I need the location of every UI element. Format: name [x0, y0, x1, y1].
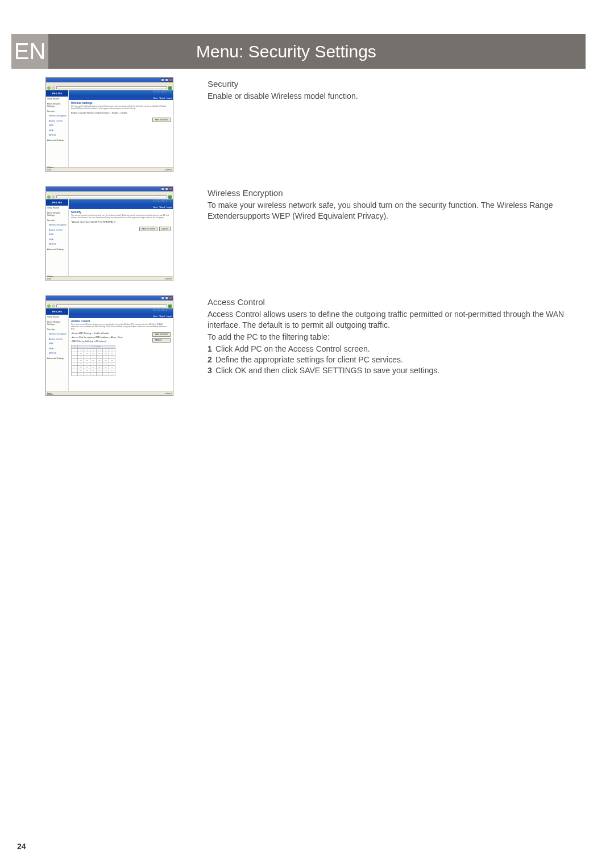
philips-logo: PHILIPS	[46, 199, 68, 206]
link-logout: Logout	[167, 315, 172, 318]
window-titlebar	[46, 78, 173, 82]
minimize-icon	[161, 78, 164, 82]
nav-access-control: Access Control	[46, 337, 68, 342]
window-titlebar	[46, 187, 173, 191]
screenshot-security: PHILIPS Setup Wizard Home Network Settin…	[45, 77, 173, 172]
save-settings-button: SAVE SETTINGS	[152, 332, 171, 337]
step-num: 2	[208, 354, 215, 365]
page-title: Menu: Security Settings	[48, 34, 586, 69]
close-icon	[169, 78, 172, 82]
step-text: Click OK and then click SAVE SETTINGS to…	[215, 365, 439, 376]
page-header: EN Menu: Security Settings	[11, 34, 586, 69]
nav-access-control: Access Control	[46, 119, 68, 124]
nav-wep: WEP	[46, 341, 68, 347]
step-text: Define the appropriate settings for clie…	[215, 354, 403, 365]
mac-filtering-table: IDMAC Address 1000000000000 200000000000…	[71, 345, 115, 376]
section-security: PHILIPS Setup Wizard Home Network Settin…	[11, 77, 586, 172]
save-settings-button: SAVE SETTINGS	[152, 118, 171, 122]
panel-title: Security	[71, 211, 171, 214]
close-icon	[169, 297, 172, 300]
nav-wireless-encryption: Wireless Encryption	[46, 332, 68, 337]
step-2: 2Define the appropriate settings for cli…	[208, 354, 586, 365]
nav-security: Security	[46, 218, 68, 223]
table-cell: 00	[84, 372, 90, 375]
wireless-encryption-heading: Wireless Encryption	[208, 187, 586, 199]
screenshot-access-control: PHILIPS Setup Wizard Home Network Settin…	[45, 295, 173, 396]
table-cell: 00	[109, 372, 115, 375]
nav-setup-wizard: Setup Wizard	[46, 315, 68, 320]
go-icon	[168, 304, 172, 308]
philips-logo: PHILIPS	[46, 308, 68, 315]
link-logout: Logout	[167, 97, 172, 99]
maximize-icon	[165, 78, 168, 82]
address-bar	[56, 304, 167, 307]
nav-wps: WPS UI	[46, 351, 68, 356]
nav-security: Security	[46, 327, 68, 332]
minimize-icon	[161, 297, 164, 300]
nav-setup-wizard: Setup Wizard	[46, 206, 68, 211]
banner: SECURITY	[69, 90, 173, 97]
client-type-line: • Allowed Client Type: [No WEP, No WPA/W…	[71, 221, 171, 223]
step-1: 1Click Add PC on the Access Control scre…	[208, 344, 586, 354]
back-icon	[47, 195, 51, 199]
maximize-icon	[165, 187, 168, 191]
security-body: Enable or disable Wireless model functio…	[208, 91, 586, 102]
cancel-button: CANCEL	[152, 338, 171, 343]
enable-line: Enable or disable Wireless module functi…	[71, 112, 171, 114]
link-home: Home	[153, 97, 157, 99]
back-icon	[47, 86, 51, 90]
nav-home-network: Home Network Settings	[46, 102, 68, 109]
maximize-icon	[165, 297, 168, 300]
forward-icon	[52, 195, 55, 199]
step-num: 1	[208, 344, 215, 354]
close-icon	[169, 187, 172, 191]
save-settings-button: SAVE SETTINGS	[139, 227, 157, 231]
nav-advanced: Advanced Settings	[46, 356, 68, 361]
banner: SECURITY	[69, 199, 173, 206]
wireless-encryption-body: To make your wireless network safe, you …	[208, 200, 586, 222]
nav-home-network: Home Network Settings	[46, 211, 68, 218]
philips-logo: PHILIPS	[46, 90, 68, 97]
nav-wep: WEP	[46, 232, 68, 237]
back-icon	[47, 304, 51, 308]
address-bar	[56, 195, 167, 198]
section-wireless-encryption: PHILIPS Setup Wizard Home Network Settin…	[11, 186, 586, 281]
section-access-control: PHILIPS Setup Wizard Home Network Settin…	[11, 295, 586, 396]
link-logout: Logout	[167, 206, 172, 208]
go-icon	[168, 86, 172, 90]
link-wizard: Wizard	[159, 206, 164, 208]
cancel-button: CANCEL	[159, 227, 171, 231]
window-titlebar	[46, 296, 173, 301]
step-num: 3	[208, 365, 215, 376]
table-cell: 00	[78, 372, 84, 375]
security-heading: Security	[208, 78, 586, 90]
table-cell: 00	[103, 372, 109, 375]
nav-wireless-encryption: Wireless Encryption	[46, 114, 68, 119]
nav-wpa: WPA	[46, 128, 68, 133]
panel-desc: For a more secure Wireless network, you …	[71, 324, 171, 331]
nav-security: Security	[46, 109, 68, 114]
table-cell: 8	[72, 372, 78, 375]
banner-ghost-text: SECURITY	[153, 90, 172, 93]
link-wizard: Wizard	[159, 97, 164, 99]
forward-icon	[52, 304, 55, 308]
banner-ghost-text: SECURITY	[153, 199, 172, 202]
nav-wpa: WPA	[46, 347, 68, 352]
link-wizard: Wizard	[159, 315, 164, 318]
nav-wps: WPS UI	[46, 242, 68, 247]
table-cell: 00	[97, 372, 103, 375]
step-3: 3Click OK and then click SAVE SETTINGS t…	[208, 365, 586, 376]
access-control-heading: Access Control	[208, 297, 586, 308]
nav-wps: WPS UI	[46, 133, 68, 138]
nav-wep: WEP	[46, 123, 68, 128]
nav-setup-wizard: Setup Wizard	[46, 97, 68, 102]
panel-title: Access Control	[71, 320, 171, 323]
nav-access-control: Access Control	[46, 228, 68, 233]
go-icon	[168, 195, 172, 199]
forward-icon	[52, 86, 55, 90]
access-control-body-1: Access Control allows users to define th…	[208, 309, 586, 331]
link-home: Home	[153, 206, 157, 208]
address-bar	[56, 86, 167, 89]
screenshot-wireless-encryption: PHILIPS Setup Wizard Home Network Settin…	[45, 186, 173, 281]
nav-home-network: Home Network Settings	[46, 320, 68, 327]
